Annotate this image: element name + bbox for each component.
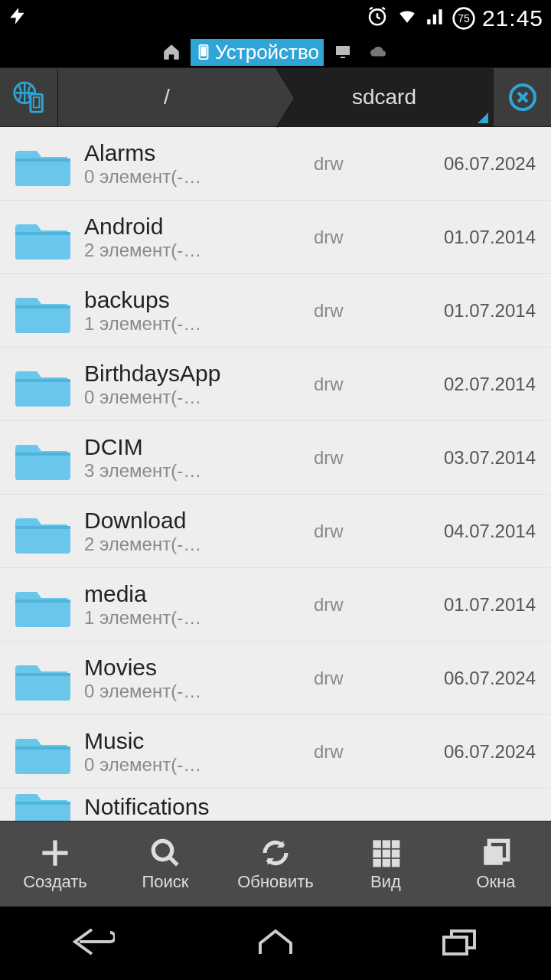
svg-rect-14 xyxy=(15,305,70,333)
battery-icon: 75 xyxy=(452,6,476,31)
list-item[interactable]: BirthdaysApp 0 элемент(-… drw 02.07.2014 xyxy=(0,348,551,421)
svg-rect-32 xyxy=(383,841,390,848)
svg-rect-15 xyxy=(15,305,70,309)
path-bar: / sdcard xyxy=(0,67,551,127)
list-item[interactable]: DCIM 3 элемент(-… drw 03.07.2014 xyxy=(0,421,551,495)
bottom-toolbar: Создать Поиск Обновить Вид Окна xyxy=(0,821,551,906)
alarm-icon xyxy=(366,5,389,33)
file-subtitle: 2 элемент(-… xyxy=(84,240,237,261)
folder-icon xyxy=(15,142,70,186)
svg-rect-41 xyxy=(484,846,503,865)
list-item[interactable]: Alarms 0 элемент(-… drw 06.07.2024 xyxy=(0,127,551,201)
wifi-icon xyxy=(395,6,419,31)
folder-icon xyxy=(15,789,70,821)
breadcrumb-root[interactable]: / xyxy=(58,68,276,126)
list-item[interactable]: media 1 элемент(-… drw 01.07.2014 xyxy=(0,568,551,642)
breadcrumb-current-label: sdcard xyxy=(352,85,416,109)
svg-rect-24 xyxy=(15,673,70,701)
svg-rect-36 xyxy=(393,850,399,857)
file-name: Notifications xyxy=(84,794,536,820)
svg-rect-21 xyxy=(15,526,70,529)
file-permissions: drw xyxy=(314,594,398,616)
search-button[interactable]: Поиск xyxy=(110,822,220,906)
refresh-icon xyxy=(259,837,292,869)
file-subtitle: 1 элемент(-… xyxy=(84,313,237,335)
windows-label: Окна xyxy=(476,872,515,892)
windows-button[interactable]: Окна xyxy=(441,822,551,906)
file-name: Music xyxy=(84,728,314,754)
bolt-icon xyxy=(8,4,28,34)
svg-rect-16 xyxy=(15,379,70,407)
home-button[interactable] xyxy=(253,925,298,962)
file-subtitle: 3 элемент(-… xyxy=(84,460,237,482)
list-item[interactable]: Movies 0 элемент(-… drw 06.07.2024 xyxy=(0,642,551,715)
svg-rect-19 xyxy=(15,452,70,456)
refresh-button[interactable]: Обновить xyxy=(220,822,331,906)
device-tab-label: Устройство xyxy=(215,41,319,64)
svg-rect-26 xyxy=(15,746,70,774)
folder-icon xyxy=(15,436,70,480)
clock: 21:45 xyxy=(482,5,543,31)
close-tab-button[interactable] xyxy=(493,68,551,126)
svg-rect-20 xyxy=(15,526,70,554)
windows-icon xyxy=(480,837,512,869)
file-name: backups xyxy=(84,287,314,313)
breadcrumb-root-label: / xyxy=(164,85,170,109)
file-date: 06.07.2024 xyxy=(398,741,536,763)
file-permissions: drw xyxy=(314,227,398,248)
file-permissions: drw xyxy=(314,447,398,469)
file-name: Alarms xyxy=(84,140,314,166)
file-name: DCIM xyxy=(84,434,314,460)
file-date: 06.07.2024 xyxy=(398,153,536,175)
svg-rect-13 xyxy=(15,232,70,235)
device-tab[interactable]: Устройство xyxy=(191,39,324,66)
breadcrumb-current[interactable]: sdcard xyxy=(276,68,493,126)
svg-rect-18 xyxy=(15,452,70,480)
file-date: 01.07.2014 xyxy=(398,594,536,616)
svg-point-30 xyxy=(153,841,172,860)
create-button[interactable]: Создать xyxy=(0,822,110,906)
file-subtitle: 0 элемент(-… xyxy=(84,754,237,776)
file-subtitle: 0 элемент(-… xyxy=(84,681,237,702)
list-item[interactable]: backups 1 элемент(-… drw 01.07.2014 xyxy=(0,274,551,348)
file-permissions: drw xyxy=(314,668,398,689)
cloud-tab[interactable] xyxy=(362,42,394,62)
svg-rect-33 xyxy=(393,841,399,848)
svg-rect-17 xyxy=(15,379,70,382)
list-item[interactable]: Android 2 элемент(-… drw 01.07.2014 xyxy=(0,201,551,274)
svg-rect-29 xyxy=(15,802,70,805)
svg-rect-38 xyxy=(383,859,390,866)
file-permissions: drw xyxy=(314,374,398,395)
file-permissions: drw xyxy=(314,300,398,322)
network-source-button[interactable] xyxy=(0,68,58,126)
file-name: media xyxy=(84,581,314,607)
file-name: Android xyxy=(84,214,314,240)
file-permissions: drw xyxy=(314,521,398,542)
svg-rect-10 xyxy=(15,158,70,186)
view-label: Вид xyxy=(370,872,401,892)
svg-rect-12 xyxy=(15,232,70,260)
svg-rect-39 xyxy=(393,859,399,866)
view-button[interactable]: Вид xyxy=(331,822,441,906)
list-item[interactable]: Music 0 элемент(-… drw 06.07.2024 xyxy=(0,715,551,789)
file-date: 03.07.2014 xyxy=(398,447,536,469)
svg-rect-3 xyxy=(201,47,206,57)
computer-tab[interactable] xyxy=(328,41,357,63)
folder-icon xyxy=(15,215,70,260)
file-subtitle: 0 элемент(-… xyxy=(84,166,237,188)
recent-button[interactable] xyxy=(436,925,482,962)
folder-icon xyxy=(15,509,70,554)
dropdown-indicator-icon xyxy=(478,113,488,123)
file-name: Download xyxy=(84,508,314,534)
status-bar: 75 21:45 xyxy=(0,0,551,37)
svg-rect-35 xyxy=(383,850,390,857)
svg-rect-31 xyxy=(373,841,380,848)
list-item[interactable]: Download 2 элемент(-… drw 04.07.2014 xyxy=(0,495,551,568)
list-item[interactable]: Notifications xyxy=(0,789,551,821)
folder-icon xyxy=(15,730,70,774)
home-tab[interactable] xyxy=(157,41,186,64)
back-button[interactable] xyxy=(69,925,115,962)
plus-icon xyxy=(39,837,71,869)
file-list[interactable]: Alarms 0 элемент(-… drw 06.07.2024 Andro… xyxy=(0,127,551,821)
file-date: 01.07.2014 xyxy=(398,300,536,322)
